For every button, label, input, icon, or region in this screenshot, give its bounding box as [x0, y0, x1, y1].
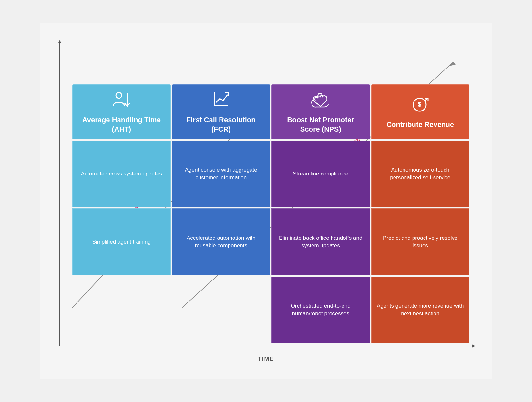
col4-sub1: Autonomous zero-touch personalized self-… — [371, 141, 470, 207]
spacer-4 — [371, 62, 470, 83]
spacer-1 — [72, 62, 171, 83]
aht-icon — [112, 90, 131, 111]
nps-icon — [310, 90, 331, 111]
spacer-2 — [172, 62, 271, 83]
col3-sub2-text: Eliminate back office handoffs and syste… — [277, 234, 365, 250]
col1-sub1-text: Automated cross system updates — [81, 170, 162, 178]
x-axis-label: TIME — [258, 356, 274, 363]
col3-sub2: Eliminate back office handoffs and syste… — [271, 208, 370, 275]
main-grid: Average Handling Time (AHT) First Call R… — [72, 62, 469, 343]
col4-header-title: Contribute Revenue — [386, 120, 454, 130]
col2-sub1: Agent console with aggregate customer in… — [172, 141, 271, 207]
svg-rect-8 — [214, 92, 215, 106]
y-axis: VALUE — [59, 43, 60, 346]
col1-sub2: Simplified agent training — [72, 208, 171, 275]
svg-rect-9 — [214, 105, 228, 106]
svg-point-6 — [116, 92, 122, 98]
col4-header: $ Contribute Revenue — [371, 84, 470, 139]
col3-sub3: Orchestrated end-to-end human/robot proc… — [271, 277, 370, 343]
col4-sub2-text: Predict and proactively resolve issues — [376, 234, 465, 250]
col3-sub1-text: Streamline compliance — [293, 170, 348, 178]
col2-header-title: First Call Resolution (FCR) — [177, 115, 265, 134]
col3-header: Boost Net Promoter Score (NPS) — [271, 84, 370, 139]
col1-header: Average Handling Time (AHT) — [72, 84, 171, 139]
col4-sub2: Predict and proactively resolve issues — [371, 208, 470, 275]
col1-sub2-text: Simplified agent training — [92, 238, 151, 246]
col2-sub1-text: Agent console with aggregate customer in… — [177, 166, 265, 182]
col2-header: First Call Resolution (FCR) — [172, 84, 271, 139]
col4-sub1-text: Autonomous zero-touch personalized self-… — [376, 166, 465, 182]
chart-container: VALUE TIME AGILE OPERATIONS ORCHESTRATED… — [40, 23, 492, 379]
col2-sub2-text: Accelerated automation with reusable com… — [177, 234, 265, 250]
col1-header-title: Average Handling Time (AHT) — [77, 115, 166, 134]
revenue-icon: $ — [411, 94, 430, 116]
col3-header-title: Boost Net Promoter Score (NPS) — [277, 115, 365, 134]
x-axis — [59, 346, 473, 346]
col3-sub3-text: Orchestrated end-to-end human/robot proc… — [277, 302, 365, 318]
col4-sub3-text: Agents generate more revenue with next b… — [376, 302, 465, 318]
svg-text:$: $ — [418, 101, 421, 108]
col4-sub3: Agents generate more revenue with next b… — [371, 277, 470, 343]
col2-sub2: Accelerated automation with reusable com… — [172, 208, 271, 275]
col1-sub1: Automated cross system updates — [72, 141, 171, 207]
spacer-3 — [271, 62, 370, 83]
fcr-icon — [211, 90, 231, 111]
col3-sub1: Streamline compliance — [271, 141, 370, 207]
